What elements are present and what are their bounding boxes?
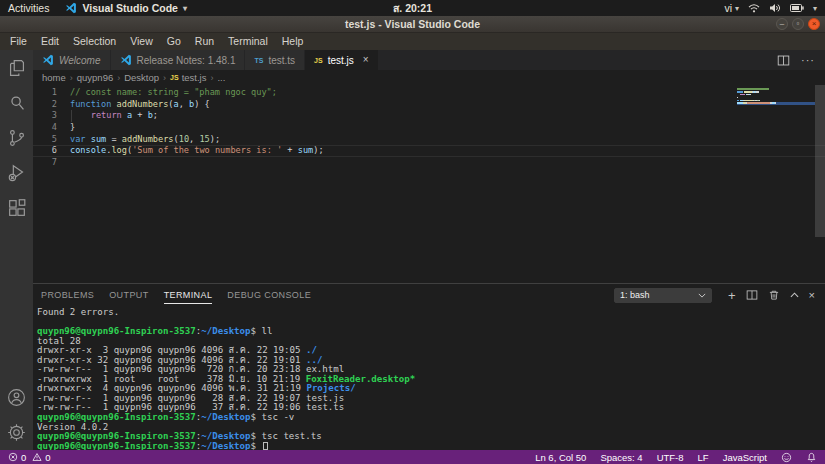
editor-scrollbar[interactable] xyxy=(815,85,825,237)
cursor-position[interactable]: Ln 6, Col 50 xyxy=(535,452,586,463)
minimize-button[interactable]: – xyxy=(776,18,788,30)
settings-gear-icon[interactable] xyxy=(0,415,33,450)
account-icon[interactable] xyxy=(0,380,33,415)
menu-view[interactable]: View xyxy=(123,33,160,50)
tab-label: Welcome xyxy=(59,55,101,66)
menu-terminal[interactable]: Terminal xyxy=(221,33,275,50)
breadcrumb-separator: › xyxy=(210,73,213,83)
code-editor[interactable]: 1// const name: string = "pham ngoc quy"… xyxy=(33,85,825,283)
split-editor-icon[interactable] xyxy=(777,54,790,67)
wifi-icon[interactable] xyxy=(748,4,760,13)
terminal-line: quypn96@quypn96-Inspiron-3537:~/Desktop$ xyxy=(37,442,825,450)
tab-label: Release Notes: 1.48.1 xyxy=(137,55,236,66)
code-line[interactable]: 3 return a + b; xyxy=(33,110,825,122)
menu-file[interactable]: File xyxy=(3,33,34,50)
terminal-output[interactable]: Found 2 errors. quypn96@quypn96-Inspiron… xyxy=(33,306,825,450)
panel-tab-debug-console[interactable]: DEBUG CONSOLE xyxy=(227,286,311,304)
menu-go[interactable]: Go xyxy=(160,33,188,50)
feedback-smiley-icon[interactable] xyxy=(781,452,792,463)
indentation-setting[interactable]: Spaces: 4 xyxy=(600,452,642,463)
ts-file-icon: TS xyxy=(254,54,263,66)
vscode-logo-icon xyxy=(65,2,77,14)
code-line[interactable]: 5var sum = addNumbers(10, 15); xyxy=(33,134,825,146)
vscode-logo-icon xyxy=(42,54,54,66)
breadcrumb-item-home[interactable]: home xyxy=(42,72,66,83)
code-line[interactable]: 1// const name: string = "pham ngoc quy"… xyxy=(33,87,825,99)
desktop: Activities Visual Studio Code ▾ ส. 20:21… xyxy=(0,0,825,464)
tab-test-ts[interactable]: TStest.ts xyxy=(245,50,305,70)
menu-help[interactable]: Help xyxy=(275,33,311,50)
line-number: 7 xyxy=(33,157,57,169)
code-text: return a + b; xyxy=(70,110,158,122)
line-number: 5 xyxy=(33,134,57,146)
app-menu-label: Visual Studio Code xyxy=(82,2,177,14)
tab-welcome[interactable]: Welcome xyxy=(33,50,111,70)
tab-label: test.js xyxy=(328,55,354,66)
window-title-bar[interactable]: test.js - Visual Studio Code – ▫ × xyxy=(0,16,825,33)
extensions-icon[interactable] xyxy=(0,190,33,225)
source-control-icon[interactable] xyxy=(0,120,33,155)
editor-tab-bar: WelcomeRelease Notes: 1.48.1TStest.tsJSt… xyxy=(33,50,825,70)
line-number: 1 xyxy=(33,87,57,99)
panel-tab-problems[interactable]: PROBLEMS xyxy=(41,286,94,304)
system-menu-chevron-icon[interactable]: ▾ xyxy=(813,4,817,13)
run-debug-icon[interactable] xyxy=(0,155,33,190)
line-number: 2 xyxy=(33,99,57,111)
terminal-line: quypn96@quypn96-Inspiron-3537:~/Desktop$… xyxy=(37,327,825,337)
gnome-top-bar: Activities Visual Studio Code ▾ ส. 20:21… xyxy=(0,0,825,16)
activities-button[interactable]: Activities xyxy=(8,2,49,14)
more-actions-icon[interactable]: ··· xyxy=(801,54,815,66)
minimap[interactable] xyxy=(737,88,815,108)
explorer-icon[interactable] xyxy=(0,50,33,85)
split-terminal-icon[interactable] xyxy=(746,289,758,301)
notifications-bell-icon[interactable] xyxy=(806,452,817,463)
breadcrumb-symbol-tail[interactable]: ... xyxy=(217,72,225,83)
terminal-shell-label: 1: bash xyxy=(620,290,650,300)
close-window-button[interactable]: × xyxy=(808,18,820,30)
tab-release-notes-1-48-1[interactable]: Release Notes: 1.48.1 xyxy=(111,50,246,70)
menu-selection[interactable]: Selection xyxy=(66,33,123,50)
close-tab-icon[interactable]: × xyxy=(363,55,369,65)
terminal-line: quypn96@quypn96-Inspiron-3537:~/Desktop$… xyxy=(37,413,825,423)
language-mode[interactable]: JavaScript xyxy=(723,452,767,463)
terminal-cursor xyxy=(263,442,268,450)
maximize-panel-chevron-icon[interactable] xyxy=(790,292,799,298)
chevron-down-icon: ▾ xyxy=(735,4,739,13)
code-line[interactable]: 6console.log('Sum of the two numbers is:… xyxy=(33,145,825,157)
code-line[interactable]: 4} xyxy=(33,122,825,134)
search-icon[interactable] xyxy=(0,85,33,120)
menu-edit[interactable]: Edit xyxy=(34,33,66,50)
volume-icon[interactable] xyxy=(769,3,781,13)
breadcrumb-item-desktop[interactable]: Desktop xyxy=(124,72,159,83)
code-text: // const name: string = "pham ngoc quy"; xyxy=(70,87,277,99)
code-line[interactable]: 2function addNumbers(a, b) { xyxy=(33,99,825,111)
js-file-icon: JS xyxy=(314,54,323,66)
breadcrumb-separator: › xyxy=(117,73,120,83)
battery-icon[interactable] xyxy=(790,4,804,12)
encoding-setting[interactable]: UTF-8 xyxy=(657,452,684,463)
code-text: console.log('Sum of the two numbers is: … xyxy=(70,145,324,157)
menu-run[interactable]: Run xyxy=(188,33,221,50)
status-bar: 0 0 Ln 6, Col 50 Spaces: 4 UTF-8 LF Java… xyxy=(0,450,825,464)
panel-tab-terminal[interactable]: TERMINAL xyxy=(164,286,213,304)
tab-test-js[interactable]: JStest.js× xyxy=(305,50,379,70)
code-line[interactable]: 7 xyxy=(33,157,825,169)
menu-bar: FileEditSelectionViewGoRunTerminalHelp xyxy=(0,33,825,50)
app-menu-button[interactable]: Visual Studio Code ▾ xyxy=(65,2,187,14)
keyboard-layout-indicator[interactable]: vi▾ xyxy=(724,2,739,14)
error-icon xyxy=(8,452,18,462)
breadcrumb-separator: › xyxy=(163,73,166,83)
problems-status[interactable]: 0 0 xyxy=(8,452,51,463)
eol-setting[interactable]: LF xyxy=(698,452,709,463)
kill-terminal-trash-icon[interactable] xyxy=(768,289,780,301)
close-panel-icon[interactable]: × xyxy=(809,290,815,301)
panel-tab-output[interactable]: OUTPUT xyxy=(109,286,148,304)
new-terminal-icon[interactable]: + xyxy=(728,289,736,302)
maximize-button[interactable]: ▫ xyxy=(792,18,804,30)
breadcrumb-item-quypn96[interactable]: quypn96 xyxy=(77,72,113,83)
terminal-shell-select[interactable]: 1: bash xyxy=(614,288,712,303)
breadcrumb: home›quypn96›Desktop›JStest.js›... xyxy=(33,70,825,85)
terminal-line: Found 2 errors. xyxy=(37,308,825,318)
breadcrumb-item-file[interactable]: JStest.js xyxy=(170,72,206,83)
breadcrumb-separator: › xyxy=(70,73,73,83)
